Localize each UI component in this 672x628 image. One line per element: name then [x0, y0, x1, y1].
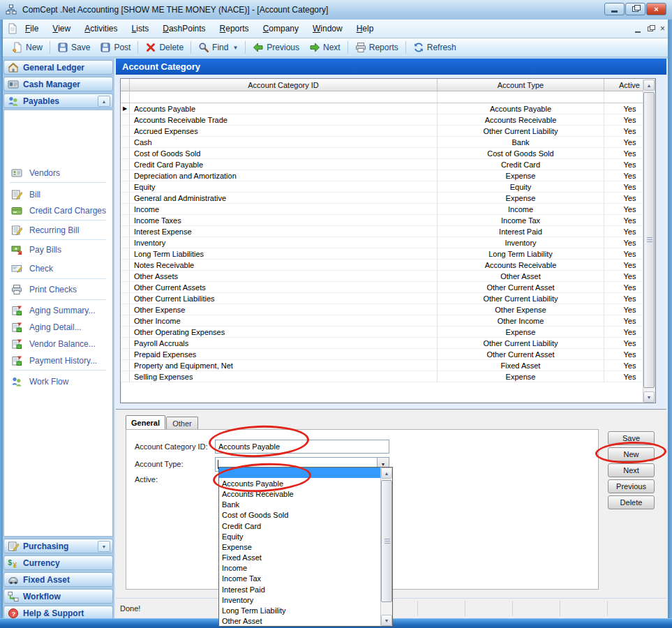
menu-view[interactable]: View [45, 21, 77, 36]
toolbar-previous-button[interactable]: Previous [248, 40, 304, 54]
table-row[interactable]: Cash Bank Yes [121, 137, 655, 148]
table-row[interactable]: Prepaid Expenses Other Current Asset Yes [121, 349, 655, 360]
listbox-scrollbar[interactable]: ▲ ▼ [380, 468, 392, 626]
table-row[interactable]: Other Operating Expenses Expense Yes [121, 327, 655, 338]
table-row[interactable]: Accounts Payable Accounts Payable Yes [121, 103, 655, 114]
dropdown-item[interactable] [219, 468, 380, 478]
toolbar-new-button[interactable]: New [7, 40, 47, 54]
sidebar-item-vendors[interactable]: Vendors [11, 167, 60, 179]
sidebar-item-pay-bills[interactable]: Pay Bills [11, 244, 61, 255]
table-row[interactable]: Other Expense Other Expense Yes [121, 304, 655, 315]
sidebar-group-purchasing[interactable]: Purchasing ▼ [3, 539, 113, 553]
row-selector-cell[interactable] [121, 304, 130, 315]
collapse-group-button[interactable]: ▲ [98, 96, 110, 107]
menu-reports[interactable]: Reports [213, 21, 256, 36]
table-row[interactable]: Notes Receivable Accounts Receivable Yes [121, 260, 655, 271]
table-row[interactable]: Income Income Yes [121, 204, 655, 215]
sidebar-group-general-ledger[interactable]: General Ledger [3, 60, 113, 75]
table-row[interactable]: Credit Card Payable Credit Card Yes [121, 159, 655, 170]
dropdown-item[interactable]: Equity [219, 531, 380, 541]
sidebar-group-workflow[interactable]: Workflow [3, 589, 113, 604]
scroll-down-button[interactable]: ▼ [643, 391, 655, 403]
row-selector-cell[interactable] [121, 248, 130, 259]
column-header-account-type[interactable]: Account Type [438, 79, 604, 91]
grid-new-row[interactable] [121, 91, 655, 103]
row-selector-cell[interactable] [121, 327, 130, 337]
toolbar-delete-button[interactable]: Delete [140, 40, 188, 54]
dropdown-item[interactable]: Fixed Asset [219, 553, 380, 563]
sidebar-group-cash-manager[interactable]: Cash Manager [3, 77, 113, 91]
menu-company[interactable]: Company [256, 21, 306, 36]
table-row[interactable]: General and Administrative Expense Yes [121, 193, 655, 204]
dropdown-item[interactable]: Accounts Payable [219, 478, 380, 488]
row-selector-cell[interactable] [121, 137, 130, 147]
table-row[interactable]: Property and Equipment, Net Fixed Asset … [121, 360, 655, 371]
row-selector-cell[interactable] [121, 271, 130, 281]
table-row[interactable]: Interest Expense Interest Paid Yes [121, 226, 655, 237]
sidebar-item-print-checks[interactable]: Print Checks [11, 284, 77, 295]
toolbar-refresh-button[interactable]: Refresh [408, 40, 461, 54]
tab-general[interactable]: General [126, 415, 165, 429]
dropdown-item[interactable]: Inventory [219, 595, 380, 605]
expand-group-button[interactable]: ▼ [98, 541, 110, 552]
menu-help[interactable]: Help [350, 21, 381, 36]
table-row[interactable]: Cost of Goods Sold Cost of Goods Sold Ye… [121, 148, 655, 159]
sidebar-item-aging-detail[interactable]: Aging Detail... [11, 322, 82, 333]
row-selector-cell[interactable] [121, 148, 130, 158]
table-row[interactable]: Income Taxes Income Tax Yes [121, 215, 655, 226]
dropdown-item[interactable]: Bank [219, 500, 380, 510]
sidebar-item-aging-summary[interactable]: Aging Summary... [11, 305, 95, 316]
sidebar-item-credit-card-charges[interactable]: Credit Card Charges [11, 205, 106, 216]
table-row[interactable]: Equity Equity Yes [121, 181, 655, 193]
row-selector-cell[interactable] [121, 126, 130, 136]
sidebar-group-fixed-asset[interactable]: Fixed Asset [3, 572, 113, 587]
new-button[interactable]: New [608, 447, 655, 461]
sidebar-group-currency[interactable]: $¥ Currency [3, 555, 113, 570]
row-selector-cell[interactable] [121, 103, 130, 114]
row-selector-cell[interactable] [121, 360, 130, 371]
row-selector-cell[interactable] [121, 114, 130, 125]
find-dropdown-caret-icon[interactable]: ▼ [232, 45, 238, 51]
table-row[interactable]: Other Current Liabilities Other Current … [121, 293, 655, 304]
dropdown-item[interactable]: Other Asset [219, 616, 380, 627]
save-button[interactable]: Save [608, 431, 655, 445]
sidebar-item-check[interactable]: Check [11, 263, 53, 274]
mdi-restore-button[interactable] [648, 27, 653, 31]
mdi-minimize-button[interactable] [635, 31, 641, 33]
tab-other[interactable]: Other [166, 417, 198, 429]
scroll-down-button[interactable]: ▼ [381, 615, 392, 626]
table-row[interactable]: Other Assets Other Asset Yes [121, 271, 655, 282]
table-row[interactable]: Other Current Assets Other Current Asset… [121, 282, 655, 293]
dropdown-item[interactable]: Expense [219, 541, 380, 552]
menu-lists[interactable]: Lists [125, 21, 156, 36]
table-row[interactable]: Depreciation and Amortization Expense Ye… [121, 170, 655, 181]
row-selector-cell[interactable] [121, 193, 130, 203]
menu-window[interactable]: Window [306, 21, 350, 36]
toolbar-find-button[interactable]: Find ▼ [193, 40, 243, 54]
dropdown-item[interactable]: Interest Paid [219, 584, 380, 595]
table-row[interactable]: Accounts Receivable Trade Accounts Recei… [121, 114, 655, 126]
row-selector-cell[interactable] [121, 204, 130, 214]
close-button[interactable]: × [646, 3, 666, 15]
restore-button[interactable] [625, 3, 645, 15]
minimize-button[interactable] [604, 3, 625, 15]
next-button[interactable]: Next [608, 463, 655, 477]
row-selector-cell[interactable] [121, 226, 130, 237]
row-selector-cell[interactable] [121, 260, 130, 270]
grid-vertical-scrollbar[interactable]: ▲ ▼ [643, 80, 655, 403]
toolbar-next-button[interactable]: Next [304, 40, 345, 54]
row-selector-cell[interactable] [121, 338, 130, 348]
row-selector-cell[interactable] [121, 315, 130, 326]
sidebar-item-recurring-bill[interactable]: Recurring Bill [11, 225, 79, 236]
toolbar-post-button[interactable]: Post [95, 40, 135, 54]
dropdown-item[interactable]: Accounts Receivable [219, 488, 380, 499]
scroll-up-button[interactable]: ▲ [381, 468, 392, 479]
mdi-close-button[interactable]: × [660, 24, 665, 33]
delete-button[interactable]: Delete [608, 495, 655, 509]
menu-file[interactable]: File [18, 21, 45, 36]
row-selector-cell[interactable] [121, 215, 130, 225]
row-selector-cell[interactable] [121, 170, 130, 181]
toolbar-save-button[interactable]: Save [52, 40, 95, 54]
row-selector-cell[interactable] [121, 282, 130, 292]
row-selector-cell[interactable] [121, 159, 130, 170]
